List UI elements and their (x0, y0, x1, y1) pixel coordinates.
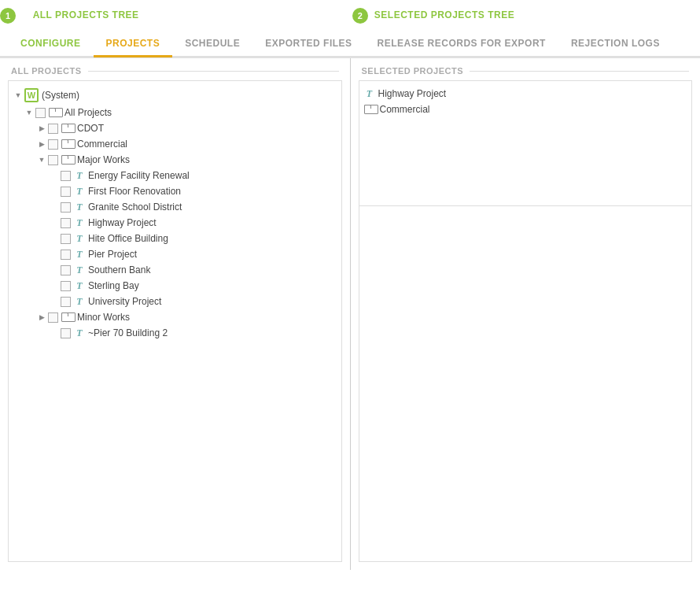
tab-projects[interactable]: PROJECTS (94, 31, 173, 57)
selected-folder-icon (364, 105, 377, 114)
project-icon: T (74, 186, 85, 197)
toggle-arrow (37, 139, 46, 149)
tree-checkbox[interactable] (61, 250, 71, 260)
tree-item-label: ~Pier 70 Building 2 (88, 327, 168, 338)
tab-release-records[interactable]: RELEASE RECORDS FOR EXPORT (365, 31, 558, 57)
selected-tree-item[interactable]: Commercial (359, 102, 692, 117)
tree-checkbox[interactable] (48, 124, 58, 134)
toggle-arrow (24, 108, 34, 117)
tree-item[interactable]: TEnergy Facility Renewal (9, 168, 341, 183)
selected-project-icon: T (364, 88, 375, 99)
tree-item[interactable]: TUniversity Project (9, 294, 341, 309)
tree-item[interactable]: Commercial (9, 136, 341, 152)
toggle-arrow (13, 91, 23, 100)
tree-item-label: (System) (42, 90, 79, 101)
project-icon: T (74, 280, 85, 291)
tab-configure[interactable]: CONFIGURE (8, 31, 94, 57)
tree-item-label: Energy Facility Renewal (88, 170, 190, 181)
tree-checkbox[interactable] (61, 218, 71, 228)
tree-item-label: Major Works (77, 154, 130, 165)
tree-item-label: CDOT (77, 123, 104, 134)
badge-1: 1 ALL PROJECTS TREE (0, 8, 139, 24)
tree-item-label: Sterling Bay (88, 280, 139, 291)
tree-item-label: Minor Works (77, 312, 130, 323)
tree-checkbox[interactable] (61, 297, 71, 307)
tree-checkbox[interactable] (48, 155, 58, 165)
folder-icon (61, 155, 74, 165)
folder-icon (61, 312, 74, 322)
tree-item-label: Granite School District (88, 202, 182, 213)
all-projects-tree[interactable]: W(System)All ProjectsCDOTCommercialMajor… (8, 80, 342, 562)
toggle-arrow (37, 155, 46, 165)
tab-exported-files[interactable]: EXPORTED FILES (252, 31, 364, 57)
tree-item[interactable]: TSouthern Bank (9, 262, 341, 278)
tree-item[interactable]: Major Works (9, 152, 341, 168)
toggle-arrow (37, 312, 46, 322)
tree-item[interactable]: Minor Works (9, 309, 341, 325)
selected-projects-panel: SELECTED PROJECTS THighway ProjectCommer… (351, 58, 701, 570)
selected-tree-item-label: Commercial (380, 104, 430, 115)
selected-tree-item-label: Highway Project (378, 88, 447, 99)
tree-item[interactable]: THighway Project (9, 215, 341, 231)
tree-item[interactable]: TSterling Bay (9, 278, 341, 294)
tree-item[interactable]: TFirst Floor Renovation (9, 183, 341, 199)
tree-item-label: Commercial (77, 139, 127, 150)
tree-item[interactable]: TGranite School District (9, 199, 341, 215)
tree-checkbox[interactable] (48, 139, 58, 150)
project-icon: T (74, 327, 85, 338)
project-icon: T (74, 170, 85, 181)
project-icon: T (74, 217, 85, 228)
project-icon: T (74, 233, 85, 244)
tree-checkbox[interactable] (61, 202, 71, 213)
header-line (88, 71, 339, 72)
selected-projects-tree-bottom (359, 206, 693, 562)
tree-item-label: Hite Office Building (88, 233, 168, 244)
tree-item-label: Pier Project (88, 249, 137, 260)
tree-item-label: First Floor Renovation (88, 186, 181, 197)
tree-checkbox[interactable] (61, 328, 71, 338)
tree-checkbox[interactable] (61, 171, 71, 181)
tree-item[interactable]: W(System) (9, 86, 341, 105)
tree-item[interactable]: TPier Project (9, 246, 341, 262)
tree-checkbox[interactable] (48, 312, 58, 323)
circle-badge-1: 1 (0, 8, 16, 24)
selected-header-line (470, 71, 689, 72)
tree-item[interactable]: THite Office Building (9, 231, 341, 246)
tree-checkbox[interactable] (61, 281, 71, 291)
circle-badge-2: 2 (352, 8, 368, 24)
tree-item[interactable]: T~Pier 70 Building 2 (9, 325, 341, 341)
tree-item[interactable]: All Projects (9, 105, 341, 120)
top-labels-bar: 1 ALL PROJECTS TREE 2 SELECTED PROJECTS … (0, 0, 700, 24)
tab-rejection-logs[interactable]: REJECTION LOGS (558, 31, 672, 57)
main-content: ALL PROJECTS W(System)All ProjectsCDOTCo… (0, 57, 700, 570)
folder-icon (61, 139, 74, 149)
selected-projects-tree-label: 2 SELECTED PROJECTS TREE (352, 8, 514, 24)
tree-checkbox[interactable] (61, 234, 71, 244)
tree-checkbox[interactable] (35, 108, 46, 118)
tab-bar: CONFIGURE PROJECTS SCHEDULE EXPORTED FIL… (0, 31, 700, 57)
tree-checkbox[interactable] (61, 187, 71, 197)
folder-icon (49, 108, 61, 117)
tree-item-label: Southern Bank (88, 264, 150, 275)
tree-item-label: Highway Project (88, 217, 157, 228)
tree-checkbox[interactable] (61, 265, 71, 275)
all-projects-header: ALL PROJECTS (0, 58, 350, 80)
project-icon: T (74, 296, 85, 307)
tree-item[interactable]: CDOT (9, 120, 341, 136)
selected-tree-item[interactable]: THighway Project (359, 86, 692, 102)
project-icon: T (74, 249, 85, 260)
selected-projects-tree-top[interactable]: THighway ProjectCommercial (359, 80, 693, 206)
tab-schedule[interactable]: SCHEDULE (172, 31, 252, 57)
all-projects-tree-label: ALL PROJECTS TREE (33, 9, 139, 20)
folder-icon (61, 124, 74, 133)
tree-item-label: All Projects (64, 107, 112, 118)
all-projects-panel: ALL PROJECTS W(System)All ProjectsCDOTCo… (0, 58, 351, 570)
selected-projects-header: SELECTED PROJECTS (351, 58, 701, 80)
project-icon: T (74, 264, 85, 275)
toggle-arrow (37, 124, 46, 133)
tree-item-label: University Project (88, 296, 161, 307)
project-icon: T (74, 202, 85, 213)
system-w-icon: W (24, 88, 39, 102)
